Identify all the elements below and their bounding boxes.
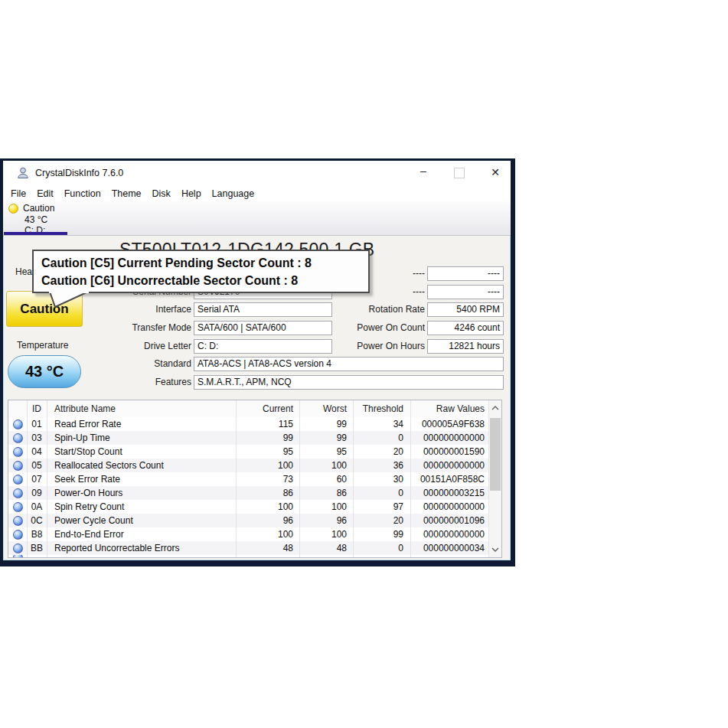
menu-language[interactable]: Language	[207, 186, 260, 201]
cell-worst: 100	[299, 527, 353, 541]
cell-worst: 95	[299, 445, 353, 459]
cell-worst: 60	[299, 472, 353, 486]
column-divider	[299, 400, 300, 557]
table-row[interactable]: 07 Seek Error Rate 73 60 30 00151A0F858C	[8, 472, 501, 486]
caution-status-orb-icon	[8, 204, 18, 214]
cell-attribute-name: Spin-Up Time	[47, 431, 236, 445]
crystaldiskinfo-window: CrystalDiskInfo 7.6.0 – ✕ File Edit Func…	[0, 158, 515, 566]
cell-threshold: 0	[353, 486, 410, 500]
cell-raw-values: 000000003215	[410, 486, 489, 500]
cell-raw-values: 00151A0F858C	[410, 472, 489, 486]
table-row[interactable]: B8 End-to-End Error 100 100 99 000000000…	[8, 527, 501, 541]
selected-drive-underline	[4, 232, 67, 235]
table-row[interactable]: 03 Spin-Up Time 99 99 0 000000000000	[8, 431, 501, 445]
cell-threshold: 30	[353, 472, 410, 486]
cell-id: 01	[27, 417, 47, 431]
header-attribute-name[interactable]: Attribute Name	[47, 400, 236, 417]
table-row[interactable]: BB Reported Uncorrectable Errors 48 48 0…	[8, 541, 501, 555]
drive-letter-field: C: D:	[194, 339, 332, 354]
cell-threshold: 36	[353, 459, 410, 472]
cell-threshold: 0	[353, 541, 410, 555]
cell-attribute-name: Seek Error Rate	[47, 472, 236, 486]
tooltip-line-2: Caution [C6] Uncorrectable Sector Count …	[41, 272, 362, 289]
drive-letter-label: Drive Letter	[90, 339, 191, 354]
good-status-orb-icon	[13, 530, 23, 540]
cell-id: BB	[27, 541, 47, 555]
cell-current: 73	[236, 472, 299, 486]
cell-raw-values: 000005A9F638	[410, 417, 489, 431]
good-status-orb-icon	[13, 544, 23, 553]
cell-raw-values: 000000001590	[410, 445, 489, 459]
scroll-up-icon[interactable]	[489, 402, 501, 414]
menu-theme[interactable]: Theme	[106, 186, 147, 201]
power-on-hours-label: Power On Hours	[324, 339, 425, 354]
cell-worst: 99	[299, 417, 353, 431]
minimize-button[interactable]: –	[412, 161, 435, 184]
cell-threshold: 20	[353, 514, 410, 527]
cell-current: 99	[236, 431, 299, 445]
menu-help[interactable]: Help	[176, 186, 207, 201]
cell-raw-values: 000000001096	[410, 514, 489, 527]
good-status-orb-icon	[13, 516, 23, 526]
temperature-button[interactable]: 43 °C	[8, 355, 81, 388]
features-field: S.M.A.R.T., APM, NCQ	[194, 375, 504, 390]
header-worst[interactable]: Worst	[299, 400, 353, 417]
window-title: CrystalDiskInfo 7.6.0	[35, 161, 123, 186]
close-button[interactable]: ✕	[484, 161, 507, 184]
menu-disk[interactable]: Disk	[147, 186, 176, 201]
menu-function[interactable]: Function	[59, 186, 106, 201]
cell-id: 0C	[27, 514, 47, 527]
cell-id: 04	[27, 445, 47, 459]
cell-id: 03	[27, 431, 47, 445]
header-current[interactable]: Current	[236, 400, 299, 417]
cell-threshold: 99	[353, 527, 410, 541]
power-on-count-field: 4246 count	[427, 321, 504, 335]
transfer-mode-field: SATA/600 | SATA/600	[194, 321, 332, 335]
header-raw-values[interactable]: Raw Values	[410, 400, 489, 417]
maximize-button[interactable]	[454, 168, 465, 178]
drive-selector[interactable]: Caution 43 °C C: D:	[3, 201, 87, 236]
cell-raw-values: 000000000000	[410, 500, 489, 514]
cell-worst: 99	[299, 431, 353, 445]
menu-edit[interactable]: Edit	[31, 186, 59, 201]
header-id[interactable]: ID	[27, 400, 47, 417]
interface-field: Serial ATA	[194, 302, 332, 317]
scrollbar-thumb[interactable]	[490, 418, 501, 491]
table-row[interactable]: 01 Read Error Rate 115 99 34 000005A9F63…	[8, 417, 501, 431]
drive-status-label: Caution	[23, 203, 54, 214]
cell-attribute-name: Spin Retry Count	[47, 500, 236, 514]
cell-current: 100	[236, 527, 299, 541]
table-row[interactable]: 04 Start/Stop Count 95 95 20 00000000159…	[8, 445, 501, 459]
cell-worst: 100	[299, 459, 353, 472]
table-row[interactable]: 0A Spin Retry Count 100 100 97 000000000…	[8, 500, 501, 514]
cell-current: 96	[236, 514, 299, 527]
table-row[interactable]: 09 Power-On Hours 86 86 0 000000003215	[8, 486, 501, 500]
menu-file[interactable]: File	[5, 186, 31, 201]
cell-current: 48	[236, 541, 299, 555]
rotation-rate-field: 5400 RPM	[427, 302, 504, 317]
cell-id: 07	[27, 472, 47, 486]
scroll-down-icon[interactable]	[489, 544, 501, 556]
cell-worst: 48	[299, 541, 353, 555]
table-row[interactable]: 0C Power Cycle Count 96 96 20 0000000010…	[8, 514, 501, 527]
table-row[interactable]: 05 Reallocated Sectors Count 100 100 36 …	[8, 459, 501, 472]
header-threshold[interactable]: Threshold	[353, 400, 410, 417]
title-bar: CrystalDiskInfo 7.6.0 – ✕	[3, 161, 511, 186]
cell-id: B8	[27, 527, 47, 541]
caution-tooltip: Caution [C5] Current Pending Sector Coun…	[32, 250, 370, 293]
buffer-size-field: ----	[427, 266, 504, 281]
table-scrollbar[interactable]	[488, 400, 501, 557]
good-status-orb-icon	[13, 461, 23, 471]
drive-temp-label: 43 °C	[24, 214, 47, 225]
cell-raw-values: 000000000000	[410, 459, 489, 472]
cell-threshold: 20	[353, 445, 410, 459]
table-header: ID Attribute Name Current Worst Threshol…	[8, 400, 501, 417]
nv-cache-field: ----	[427, 285, 504, 299]
temperature-label: Temperature	[17, 340, 68, 351]
cell-id: 05	[27, 459, 47, 472]
smart-attributes-table: ID Attribute Name Current Worst Threshol…	[8, 400, 502, 558]
desktop: CrystalDiskInfo 7.6.0 – ✕ File Edit Func…	[0, 0, 728, 728]
column-divider	[410, 400, 411, 557]
cell-threshold: 97	[353, 500, 410, 514]
cell-threshold: 34	[353, 417, 410, 431]
